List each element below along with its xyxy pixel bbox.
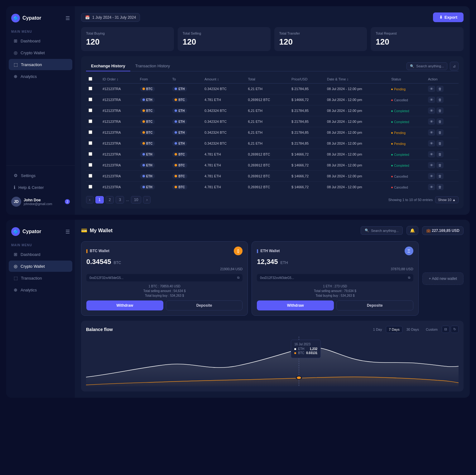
tab-exchange-history[interactable]: Exchange History	[86, 61, 130, 71]
cell-status-5: Pending	[389, 138, 426, 149]
delete-button-2[interactable]: 🗑	[436, 108, 444, 114]
cell-action-0: 👁🗑	[426, 84, 459, 94]
cell-datetime-5: 08 Jul 2024 - 12.00 pm	[325, 138, 389, 149]
eth-copy-icon[interactable]: ⧉	[408, 276, 410, 280]
eth-tooltip-value: 1,232	[310, 347, 317, 351]
filter-button[interactable]: ⊿	[450, 62, 459, 70]
filter-7days[interactable]: 7 Days	[386, 326, 402, 333]
row-checkbox-5[interactable]	[89, 141, 92, 145]
view-button-2[interactable]: 👁	[428, 108, 435, 114]
prev-page-button[interactable]: ‹	[86, 196, 94, 204]
sidebar-item-settings[interactable]: ⚙ Settings	[9, 170, 72, 181]
view-button-7[interactable]: 👁	[428, 162, 435, 168]
show-count-select[interactable]: Show 10 ▲	[435, 196, 459, 203]
row-checkbox-1[interactable]	[89, 98, 92, 101]
date-range-picker[interactable]: 📅 1 July 2024 - 31 July 2024	[81, 13, 140, 22]
add-wallet-area: + Add new wallet	[422, 241, 464, 316]
row-checkbox-2[interactable]	[89, 108, 92, 112]
eth-withdraw-button[interactable]: Withdraw	[257, 300, 334, 310]
row-checkbox-3[interactable]	[89, 119, 92, 123]
cell-datetime-4: 08 Jul 2024 - 12.00 pm	[325, 127, 389, 138]
btc-deposit-button[interactable]: Deposite	[166, 300, 243, 310]
page-1-button[interactable]: 1	[95, 196, 104, 204]
btc-address: 0xsD12F32xvW3deG5... ⧉	[86, 274, 243, 281]
sidebar2-item-analytics[interactable]: ⊕Analytics	[9, 284, 72, 295]
btc-tooltip-label: BTC	[298, 351, 304, 355]
search-box[interactable]: 🔍 Search anything...	[406, 62, 447, 70]
hamburger-icon[interactable]: ☰	[65, 15, 70, 21]
view-button-3[interactable]: 👁	[428, 118, 435, 125]
btc-withdraw-button[interactable]: Withdraw	[86, 300, 163, 310]
balance-amount: 227.169,85 USD	[432, 228, 459, 233]
row-checkbox-8[interactable]	[89, 174, 92, 178]
search-placeholder: Search anything...	[416, 64, 444, 68]
from-badge-9: ETH	[140, 185, 155, 190]
sidebar-item-crypto-wallet[interactable]: ◎Crypto Wallet	[9, 47, 72, 58]
wallet-search-placeholder: Search anything...	[371, 229, 399, 233]
stat-value-1: 120	[183, 37, 266, 47]
transaction-icon-2: ⬚	[14, 276, 18, 281]
view-button-8[interactable]: 👁	[428, 173, 435, 179]
view-button-1[interactable]: 👁	[428, 97, 435, 103]
tab-transaction-history[interactable]: Transaction History	[130, 61, 175, 71]
delete-button-0[interactable]: 🗑	[436, 86, 444, 92]
delete-button-7[interactable]: 🗑	[436, 162, 444, 168]
row-checkbox-0[interactable]	[89, 87, 92, 90]
hamburger-icon-2[interactable]: ☰	[65, 229, 70, 235]
user-profile[interactable]: JD John Doe johndoe@gmail.com 2	[6, 194, 75, 210]
sidebar-item-transaction[interactable]: ⬚Transaction	[9, 59, 72, 70]
filter-custom[interactable]: Custom	[423, 326, 440, 333]
filter-30days[interactable]: 30 Days	[404, 326, 422, 333]
row-checkbox-6[interactable]	[89, 152, 92, 156]
row-checkbox-4[interactable]	[89, 130, 92, 134]
view-button-4[interactable]: 👁	[428, 129, 435, 136]
sidebar-item-help[interactable]: ℹ Help & Center	[9, 182, 72, 193]
col-datetime[interactable]: Date & Time ↕	[325, 75, 389, 84]
sidebar2-item-transaction[interactable]: ⬚Transaction	[9, 272, 72, 284]
col-id[interactable]: ID Order ↕	[100, 75, 137, 84]
chart-refresh-icon[interactable]: ↻	[451, 326, 459, 333]
status-badge-0: Pending	[391, 88, 406, 91]
delete-button-3[interactable]: 🗑	[436, 118, 444, 125]
row-checkbox-9[interactable]	[89, 185, 92, 189]
cell-total-0: 6,21 ETH	[246, 84, 289, 94]
filter-1day[interactable]: 1 Day	[370, 326, 385, 333]
cell-action-6: 👁🗑	[426, 149, 459, 160]
action-buttons-4: 👁🗑	[428, 129, 456, 136]
delete-button-8[interactable]: 🗑	[436, 173, 444, 179]
cell-from-4: BTC	[137, 127, 170, 138]
export-button[interactable]: ⬇ Export	[433, 12, 464, 22]
row-checkbox-7[interactable]	[89, 163, 92, 167]
delete-button-9[interactable]: 🗑	[436, 184, 444, 190]
next-page-button[interactable]: ›	[143, 196, 151, 204]
status-badge-7: Completed	[391, 164, 409, 167]
page-3-button[interactable]: 3	[116, 196, 124, 204]
add-wallet-button[interactable]: + Add new wallet	[422, 272, 464, 285]
view-button-6[interactable]: 👁	[428, 151, 435, 157]
delete-button-1[interactable]: 🗑	[436, 97, 444, 103]
wallet-title: 💳 My Wallet	[81, 228, 113, 233]
view-button-9[interactable]: 👁	[428, 184, 435, 190]
sidebar-item-analytics[interactable]: ⊕Analytics	[9, 71, 72, 82]
delete-button-4[interactable]: 🗑	[436, 129, 444, 136]
view-button-5[interactable]: 👁	[428, 140, 435, 146]
view-button-0[interactable]: 👁	[428, 86, 435, 92]
wallet-panel: 🔷 Cypator ☰ MAIN MENU ⊞Dashboard◎Crypto …	[6, 220, 470, 398]
notification-button[interactable]: 🔔	[406, 226, 418, 235]
page-10-button[interactable]: 10	[131, 196, 141, 204]
sidebar-item-dashboard[interactable]: ⊞Dashboard	[9, 35, 72, 46]
page-2-button[interactable]: 2	[106, 196, 114, 204]
select-all-checkbox[interactable]	[89, 77, 92, 81]
eth-amount: 12,345	[257, 258, 278, 266]
cell-id-6: #12123TRA	[100, 149, 137, 160]
copy-icon[interactable]: ⧉	[237, 276, 239, 280]
sidebar2-item-dashboard[interactable]: ⊞Dashboard	[9, 249, 72, 260]
col-amount[interactable]: Amount ↕	[202, 75, 246, 84]
eth-unit: ETH	[281, 261, 288, 265]
eth-deposit-button[interactable]: Deposite	[336, 300, 413, 310]
sidebar2-item-crypto-wallet[interactable]: ◎Crypto Wallet	[9, 261, 72, 272]
delete-button-5[interactable]: 🗑	[436, 140, 444, 146]
chart-settings-icon[interactable]: ⊟	[442, 326, 450, 333]
wallet-search[interactable]: 🔍 Search anything...	[361, 226, 403, 235]
delete-button-6[interactable]: 🗑	[436, 151, 444, 157]
